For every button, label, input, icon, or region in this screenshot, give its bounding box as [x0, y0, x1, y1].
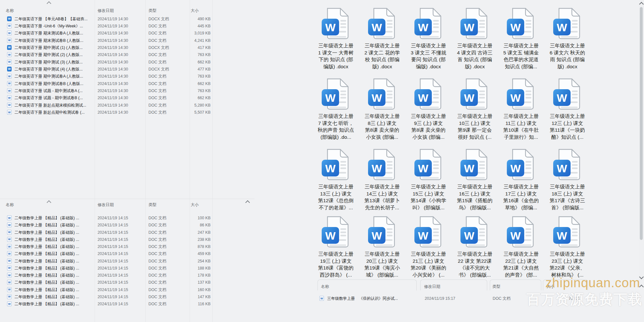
- word-document-icon: W: [321, 149, 351, 181]
- file-row[interactable]: 二年级英语下册 期中测试卷A (人教版... 2024/11/19 14:30 …: [0, 73, 254, 80]
- column-header-type[interactable]: 类型: [492, 283, 500, 290]
- file-type: DOC 文档: [148, 265, 166, 272]
- word-file-icon: [7, 110, 12, 115]
- svg-text:W: W: [325, 92, 336, 104]
- file-row[interactable]: 二年级英语下册 试题 - 期中测试卷A (... 2024/11/19 14:3…: [0, 87, 254, 94]
- file-name-line: 三年级语文上册: [543, 251, 592, 258]
- file-row[interactable]: 二年级英语下册 试题 - 期中测试卷B (... 2024/11/19 14:3…: [0, 94, 254, 101]
- file-date: 2024/11/19 14:30: [98, 109, 128, 116]
- file-row[interactable]: 二年级英语下册 期中测试 (1) (人教版... 2024/11/19 14:3…: [0, 44, 254, 51]
- file-icon-item[interactable]: W 三年级语文上册 12三 (上) 课文 第11课《一块奶 酪》知识点 (...: [543, 78, 592, 140]
- file-icon-item[interactable]: W 三年级语文上册 8三 (上) 课文 第8课 卖火柴的 小女孩 (部编...: [358, 78, 406, 140]
- column-header-size[interactable]: 大小: [191, 201, 199, 208]
- file-name: 二年级数学上册 【精品】 (基础版) ...: [14, 243, 96, 250]
- file-icon-item[interactable]: W 三年级语文上册 3 课文三 不懂就 要问 知识点 (部 编版) .docx: [404, 8, 453, 70]
- column-header-name[interactable]: 名称: [6, 201, 14, 208]
- svg-text:W: W: [372, 21, 382, 33]
- file-name-line: 第16课《金色的: [497, 197, 545, 204]
- word-file-icon: [7, 237, 12, 242]
- svg-text:W: W: [418, 21, 429, 33]
- file-icon-item[interactable]: W 三年级语文上册 19三 (上) 课文 第18课《富饶的 西沙群岛》 (...: [312, 216, 360, 278]
- file-row[interactable]: 二年级数学上册 【精品】 (基础版) ... 2024/11/19 14:15 …: [0, 286, 254, 293]
- file-row[interactable]: 二年级数学上册 【精品】 (基础版) ... 2024/11/19 14:15 …: [0, 250, 254, 257]
- file-name-line: 1 课文一 大青树: [312, 49, 360, 56]
- file-icon-item[interactable]: W 三年级语文上册 20三 (上) 课文 第19课《海滨小 城》 (部编版...: [358, 216, 406, 278]
- column-header-cell[interactable]: [317, 279, 417, 290]
- file-row[interactable]: 二年级数学上册 【精品】 (基础版) ... 2024/11/19 14:15 …: [0, 214, 254, 222]
- file-row[interactable]: 二年级数学上册 【精品】 (基础版) ... 2024/11/19 14:15 …: [0, 279, 254, 286]
- file-name-line: 三年级语文上册: [543, 113, 592, 120]
- file-row[interactable]: 二年级英语下册 期中测试 (4) (人教版... 2024/11/19 14:3…: [0, 66, 254, 73]
- column-header-size[interactable]: 大小: [191, 7, 199, 14]
- file-row[interactable]: 二年级英语下册 期末测试卷B (人教版... 2024/11/19 14:30 …: [0, 37, 254, 44]
- file-name-line: 雨 知识点 (部编: [543, 56, 592, 63]
- file-caption: 三年级语文上册 1 课文一 大青树 下的 知识点 (部 编版) .docx: [312, 42, 360, 70]
- file-row[interactable]: 二年级英语下册 新起点期中检测试卷 (... 2024/11/19 14:30 …: [0, 109, 254, 116]
- file-icon-item[interactable]: W 三年级语文上册 16三 (上) 课文 第15课《搭船的 鸟》 (部编版...: [450, 149, 499, 211]
- column-header-date[interactable]: 修改日期: [424, 283, 440, 290]
- file-icon-item[interactable]: W 三年级语文上册 23三 (上) 课文 第22课《父亲、 树林和鸟》 (...: [543, 216, 592, 278]
- word-file-icon: [7, 81, 12, 86]
- column-header-type[interactable]: 类型: [148, 7, 156, 14]
- file-row[interactable]: 二年级英语下册 期中测试 (3) (人教版... 2024/11/19 14:3…: [0, 59, 254, 66]
- column-header-size[interactable]: 大小: [546, 283, 554, 290]
- file-icon-item[interactable]: W 三年级语文上册 21三 (上) 课文 第20课《美丽的 小兴安岭》 (...: [404, 216, 453, 278]
- file-date: 2024/11/19 15:17: [425, 295, 455, 302]
- file-name-line: 编版) .docx: [312, 63, 360, 70]
- file-row[interactable]: 三年级数学上册 《倍的认识》同步试... 2024/11/19 15:17 DO…: [0, 295, 644, 302]
- file-row[interactable]: 二年级英语下册 新起点期末模拟检测试... 2024/11/19 14:30 D…: [0, 102, 254, 109]
- file-icon-item[interactable]: W 三年级语文上册 14三 (上) 课文 第13课《胡萝卜 先生的长胡子...: [358, 149, 406, 211]
- file-row[interactable]: 二年级数学上册 【精品】 (基础版) ... 2024/11/19 14:15 …: [0, 222, 254, 229]
- file-icon-item[interactable]: W 三年级语文上册 11三 (上) 课文 第10课《在牛肚 子里旅行》知...: [497, 78, 545, 140]
- file-icon-item[interactable]: W 三年级语文上册 5 课文五 铺满金 色巴掌的水泥道 知识点 (部编...: [497, 8, 545, 70]
- file-icon-item[interactable]: W 三年级语文上册 4 课文四 古诗三 首 知识点 (部编 版) .docx: [450, 8, 499, 70]
- file-icon-item[interactable]: W 三年级语文上册 6 课文六 秋天的 雨 知识点 (部编 版) .docx: [543, 8, 592, 70]
- svg-text:W: W: [325, 21, 336, 33]
- column-header-name[interactable]: 名称: [6, 7, 14, 14]
- sort-ascending-icon[interactable]: [47, 1, 51, 6]
- file-row[interactable]: 二年级数学上册 【精品】 (基础版) ... 2024/11/19 14:15 …: [0, 229, 254, 236]
- file-row[interactable]: 二年级英语下册 期末测试卷A (人教版... 2024/11/19 14:30 …: [0, 30, 254, 37]
- file-name-line: 子里旅行》知...: [497, 134, 545, 141]
- file-icon-item[interactable]: W 三年级语文上册 10三 (上) 课文 第9课 那一定会 很好 知识点 (..…: [450, 78, 499, 140]
- file-name-line: 16三 (上) 课文: [450, 190, 499, 197]
- file-icon-item[interactable]: W 三年级语文上册 1 课文一 大青树 下的 知识点 (部 编版) .docx: [312, 8, 360, 70]
- file-icon-item[interactable]: W 三年级语文上册 9三 (上) 课文 第8课 卖火柴的 小女孩 (部编...: [404, 78, 453, 140]
- scrollbar-thumb[interactable]: [640, 7, 643, 240]
- word-document-icon: W: [367, 78, 397, 110]
- file-row[interactable]: 二年级数学上册 【精品】 (基础版) ... 2024/11/19 14:15 …: [0, 265, 254, 272]
- file-row[interactable]: 二年级数学上册 【精品】 (基础版) ... 2024/11/19 14:15 …: [0, 243, 254, 250]
- file-row[interactable]: 二年级数学上册 【精品】 (基础版) ... 2024/11/19 14:15 …: [0, 236, 254, 243]
- file-name-line: 首 知识点 (部编: [450, 56, 499, 63]
- file-icon-item[interactable]: W 三年级语文上册 2 课文二 花的学 校 知识点 (部编 版) .docx: [358, 8, 406, 70]
- file-icon-item[interactable]: W 三年级语文上册 13三 (上) 课文 第12课《总也倒 不了的老屋》...: [312, 149, 360, 211]
- word-document-icon: W: [506, 149, 536, 181]
- column-header-date[interactable]: 修改日期: [98, 7, 114, 14]
- file-caption: 三年级语文上册 16三 (上) 课文 第15课《搭船的 鸟》 (部编版...: [450, 183, 499, 211]
- pane-divider: [0, 199, 254, 199]
- file-row[interactable]: 二年级英语下册 期中测试 (2) (人教版... 2024/11/19 14:3…: [0, 51, 254, 58]
- word-file-icon: [7, 16, 12, 21]
- file-row[interactable]: 二年级英语下册 【单元AB卷】【基础夯... 2024/11/19 14:30 …: [0, 15, 254, 23]
- file-name-line: 13三 (上) 课文: [312, 190, 360, 197]
- file-name-line: 3 课文三 不懂就: [404, 49, 453, 56]
- file-icon-item[interactable]: W 三年级语文上册 18三 (上) 课文 第17课《古诗三 首》 (部编版...: [543, 149, 592, 211]
- column-header-name[interactable]: 名称: [321, 283, 329, 290]
- file-icon-item[interactable]: W 三年级语文上册 22三 (上) 课文 第21课《大自然 的声音》 (部...: [497, 216, 545, 278]
- file-icon-item[interactable]: W 三年级语文上册 7 课文七 听听， 秋的声音 知识点 (部编版) .do..…: [312, 78, 360, 140]
- scroll-up-icon[interactable]: [245, 200, 250, 205]
- file-icon-item[interactable]: W 三年级语文上册 15三 (上) 课文 第14课《小狗学 叫》 (部编版...: [404, 149, 453, 211]
- sort-ascending-icon[interactable]: [47, 200, 51, 205]
- column-header-date[interactable]: 修改日期: [98, 201, 114, 208]
- scroll-up-icon[interactable]: [639, 285, 644, 289]
- file-row[interactable]: 二年级英语下册 期中测试卷B (人教版... 2024/11/19 14:30 …: [0, 80, 254, 87]
- file-icon-item[interactable]: W 三年级语文上册 17三 (上) 课文 第16课《金色的 草地》 (部编...: [497, 149, 545, 211]
- column-header-type[interactable]: 类型: [148, 201, 156, 208]
- file-row[interactable]: 二年级数学上册 【精品】 (基础版) ... 2024/11/19 14:15 …: [0, 258, 254, 265]
- file-icon-item[interactable]: W 三年级语文上册 22 课文 第22课 《读不完的大 书》 (部编版...: [450, 216, 499, 278]
- file-row[interactable]: 二年级英语下册 -Unit-6《My-Week》... 2024/11/19 1…: [0, 23, 254, 30]
- file-name-line: 三年级语文上册: [543, 42, 592, 49]
- file-name-line: 第8课 卖火柴的: [358, 127, 406, 134]
- file-row[interactable]: 二年级数学上册 【精品】 (基础版) ... 2024/11/19 14:15 …: [0, 272, 254, 279]
- word-file-icon: [7, 301, 12, 306]
